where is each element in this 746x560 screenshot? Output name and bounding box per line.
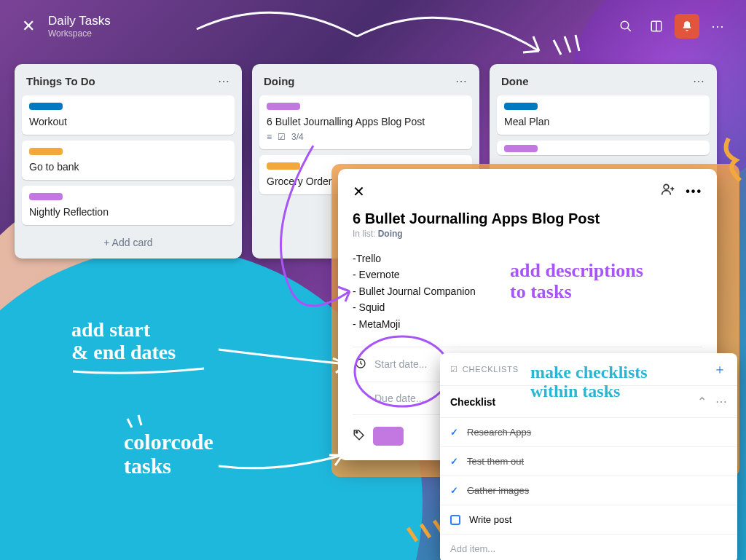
card-label-blue: [504, 103, 538, 110]
modal-more-icon[interactable]: •••: [686, 185, 702, 198]
add-member-icon[interactable]: [661, 182, 675, 200]
card[interactable]: [497, 141, 710, 155]
card[interactable]: Nightly Reflection: [22, 186, 235, 225]
svg-point-8: [356, 431, 358, 433]
boards-icon[interactable]: [644, 14, 669, 39]
more-menu-icon[interactable]: ⋯: [705, 14, 730, 39]
list-menu-icon[interactable]: ⋯: [455, 74, 468, 88]
card-label-orange: [267, 162, 300, 170]
notifications-icon[interactable]: [675, 14, 699, 39]
board-title: Daily Tasks: [48, 14, 111, 28]
checklist-badge-text: 3/4: [291, 132, 304, 142]
search-icon[interactable]: [613, 14, 638, 39]
card-label-purple: [504, 145, 538, 152]
card[interactable]: Go to bank: [22, 141, 235, 180]
checklist-item-text: Gather images: [467, 485, 529, 496]
card-label-purple: [29, 193, 63, 200]
checklist-item[interactable]: ✓ Gather images: [440, 476, 737, 505]
card[interactable]: Workout: [22, 95, 235, 135]
top-bar: ✕ Daily Tasks Workspace ⋯: [0, 0, 746, 52]
card-title: Nightly Reflection: [29, 206, 227, 218]
collapse-checklist-icon[interactable]: ⌃: [697, 395, 707, 409]
checklist-item[interactable]: Write post: [440, 505, 737, 535]
card-title: Workout: [29, 116, 227, 127]
modal-in-list[interactable]: In list: Doing: [353, 229, 702, 239]
svg-line-1: [627, 28, 631, 31]
list-menu-icon[interactable]: ⋯: [693, 74, 705, 88]
checkbox-icon[interactable]: [450, 515, 460, 525]
card-label-blue: [29, 103, 63, 110]
list-title[interactable]: Things To Do: [26, 75, 95, 87]
board-subtitle: Workspace: [48, 28, 111, 39]
svg-point-0: [621, 21, 629, 29]
check-icon: ✓: [450, 485, 458, 496]
modal-description[interactable]: -Trello - Evernote - Bullet Journal Comp…: [353, 251, 702, 332]
list-menu-icon[interactable]: ⋯: [218, 74, 230, 88]
modal-card-title[interactable]: 6 Bullet Journalling Apps Blog Post: [353, 210, 702, 227]
checklist-section-icon: ☑: [450, 365, 458, 374]
checklist-section-label: CHECKLISTS: [463, 365, 519, 374]
checklist-item[interactable]: ✓ Test them out: [440, 447, 737, 476]
start-date-placeholder: Start date...: [374, 358, 427, 370]
list-title[interactable]: Doing: [264, 75, 295, 87]
card-title: 6 Bullet Journalling Apps Blog Post: [267, 116, 465, 127]
checklist-item[interactable]: ✓ Research Apps: [440, 418, 737, 447]
card-badges: ≡ ☑ 3/4: [267, 132, 465, 142]
checklist-item-text: Write post: [469, 514, 511, 525]
list-title[interactable]: Done: [501, 75, 529, 87]
add-checklist-button[interactable]: ＋: [713, 360, 727, 378]
checklist-more-icon[interactable]: ⋯: [715, 395, 727, 409]
label-swatch-purple[interactable]: [373, 427, 404, 446]
checklist-item-text: Test them out: [467, 456, 524, 467]
clock-icon: [354, 358, 367, 371]
add-checklist-item-input[interactable]: Add item...: [440, 535, 737, 560]
card-label-purple: [267, 103, 300, 110]
card[interactable]: Meal Plan: [497, 95, 710, 135]
tag-icon: [353, 428, 366, 444]
add-card-button[interactable]: + Add card: [22, 231, 235, 250]
list-things-to-do: Things To Do ⋯ Workout Go to bank Nightl…: [15, 64, 242, 259]
checklist-item-text: Research Apps: [467, 427, 531, 438]
check-icon: ✓: [450, 456, 458, 467]
card-title: Meal Plan: [504, 116, 702, 127]
modal-close-button[interactable]: ✕: [353, 183, 365, 200]
card[interactable]: 6 Bullet Journalling Apps Blog Post ≡ ☑ …: [259, 95, 472, 149]
svg-point-4: [664, 184, 669, 189]
card-title: Go to bank: [29, 161, 227, 173]
checklist-badge-icon: ☑: [278, 132, 286, 142]
due-date-placeholder: Due date...: [374, 393, 425, 404]
board-title-block[interactable]: Daily Tasks Workspace: [48, 14, 111, 39]
checklist-panel: ☑ CHECKLISTS ＋ Checklist ⌃ ⋯ ✓ Research …: [440, 353, 737, 560]
card-label-orange: [29, 148, 63, 155]
close-board-button[interactable]: ✕: [13, 11, 44, 42]
check-icon: ✓: [450, 427, 458, 438]
description-icon: ≡: [267, 132, 272, 142]
checklist-title[interactable]: Checklist: [450, 396, 495, 408]
